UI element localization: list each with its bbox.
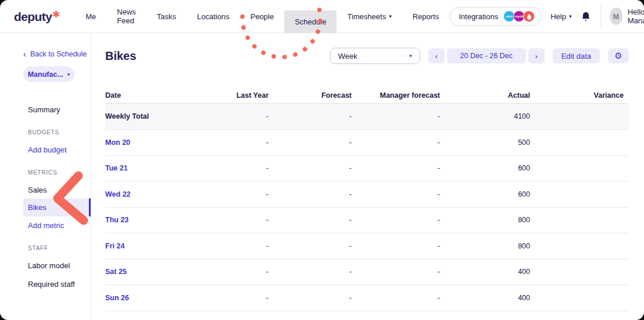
help-menu[interactable]: Help ▾ — [550, 12, 571, 21]
sidebar-item-summary[interactable]: Summary — [0, 101, 91, 118]
next-week-button[interactable]: › — [528, 48, 545, 63]
nav-item-locations[interactable]: Locations — [187, 0, 240, 33]
table-row-wed-22: Wed 22---600 — [105, 182, 629, 208]
integration-badges: xeromyob — [503, 10, 535, 22]
sidebar-section-staff: STAFF — [0, 239, 91, 257]
cell-manager-forecast: - — [352, 242, 440, 250]
integrations-button[interactable]: Integrations xeromyob — [449, 7, 542, 26]
nav-right-cluster: Integrations xeromyob Help ▾ M Hello, Ma… — [449, 5, 644, 28]
gear-icon: ⚙ — [614, 52, 622, 61]
sidebar-item-add-budget[interactable]: Add budget — [0, 141, 91, 158]
cell-forecast: - — [269, 164, 352, 172]
date-link[interactable]: Wed 22 — [105, 190, 187, 198]
back-link-label: Back to Schedule — [30, 50, 87, 58]
cell-forecast: - — [269, 268, 352, 276]
cell-last-year: - — [187, 216, 269, 224]
chevron-left-icon: ‹ — [435, 52, 438, 61]
sidebar-item-sales[interactable]: Sales — [0, 181, 91, 198]
cell-last-year: - — [187, 242, 269, 250]
date-link[interactable]: Tue 21 — [105, 164, 187, 172]
help-label: Help — [550, 12, 566, 21]
cell-actual: 4100 — [440, 112, 530, 120]
date-link[interactable]: Mon 20 — [105, 138, 187, 147]
date-link[interactable]: Fri 24 — [105, 242, 187, 250]
nav-item-label: News Feed — [117, 8, 136, 25]
location-dropdown-button[interactable]: Manufac... ▾ — [23, 66, 74, 82]
nav-item-label: Schedule — [295, 17, 326, 26]
sidebar-section-budgets: BUDGETS — [0, 123, 91, 141]
page-header: Bikes Week ▾ ‹ 20 Dec - 26 Dec › Edit da… — [105, 48, 644, 64]
header-controls: Week ▾ ‹ 20 Dec - 26 Dec › Edit data ⚙ — [330, 48, 629, 64]
column-header-forecast: Forecast — [269, 91, 352, 99]
chevron-down-icon: ▾ — [409, 53, 412, 59]
notifications-bell-icon[interactable] — [580, 10, 592, 23]
sidebar: ‹ Back to Schedule Manufac... ▾ SummaryB… — [0, 33, 91, 320]
chevron-left-icon: ‹ — [23, 49, 26, 58]
page-title: Bikes — [105, 49, 136, 63]
table-header-row: DateLast YearForecastManager forecastAct… — [105, 87, 629, 104]
nav-item-timesheets[interactable]: Timesheets▾ — [337, 0, 402, 33]
cell-last-year: - — [187, 138, 269, 147]
nav-item-tasks[interactable]: Tasks — [146, 0, 187, 33]
cell-manager-forecast: - — [352, 138, 440, 147]
table-row-mon-20: Mon 20---500 — [105, 130, 629, 156]
user-menu[interactable]: M Hello, Manager ▾ — [610, 8, 644, 25]
sidebar-item-bikes[interactable]: Bikes — [23, 198, 91, 216]
cell-actual: 600 — [440, 164, 530, 172]
sidebar-section-metrics: METRICS — [0, 163, 91, 181]
nav-divider — [600, 5, 601, 28]
date-range[interactable]: 20 Dec - 26 Dec — [447, 48, 526, 63]
cell-actual: 800 — [440, 242, 530, 250]
date-link[interactable]: Sat 25 — [105, 268, 187, 276]
table-row-tue-21: Tue 21---600 — [105, 156, 629, 182]
avatar: M — [610, 8, 622, 25]
nav-item-people[interactable]: People — [240, 0, 284, 33]
deputy-logo[interactable]: deputy — [14, 10, 60, 23]
lightspeed-badge-icon — [523, 10, 535, 22]
back-to-schedule-link[interactable]: ‹ Back to Schedule — [23, 49, 91, 58]
main-content: Bikes Week ▾ ‹ 20 Dec - 26 Dec › Edit da… — [91, 33, 644, 320]
cell-actual: 800 — [440, 216, 530, 224]
period-select[interactable]: Week ▾ — [330, 48, 420, 64]
nav-item-reports[interactable]: Reports — [402, 0, 450, 33]
nav-item-label: Tasks — [157, 12, 176, 21]
previous-week-button[interactable]: ‹ — [428, 48, 445, 63]
settings-button[interactable]: ⚙ — [608, 48, 629, 63]
sidebar-item-labor-model[interactable]: Labor model — [0, 257, 91, 274]
chevron-down-icon: ▾ — [67, 72, 70, 77]
cell-actual: 600 — [440, 190, 530, 198]
location-label: Manufac... — [28, 70, 63, 79]
column-header-date: Date — [105, 91, 187, 99]
cell-last-year: - — [187, 294, 269, 302]
chevron-down-icon: ▾ — [389, 13, 392, 19]
cell-actual: 400 — [440, 294, 530, 302]
date-link[interactable]: Thu 23 — [105, 216, 187, 224]
cell-last-year: - — [187, 112, 269, 120]
column-header-variance: Variance — [530, 91, 629, 99]
row-total-label: Weekly Total — [105, 112, 187, 120]
cell-actual: 400 — [440, 268, 530, 276]
table-body: Weekly Total---4100Mon 20---500Tue 21---… — [105, 104, 629, 311]
sidebar-item-add-metric[interactable]: Add metric — [0, 216, 91, 234]
column-header-last-year: Last Year — [187, 91, 269, 99]
nav-item-label: Locations — [197, 12, 230, 21]
greeting-text: Hello, Manager — [628, 8, 644, 25]
nav-item-label: Reports — [413, 12, 439, 21]
nav-item-me[interactable]: Me — [75, 0, 106, 33]
date-link[interactable]: Sun 26 — [105, 294, 187, 302]
cell-forecast: - — [269, 138, 352, 147]
nav-item-schedule[interactable]: Schedule — [284, 10, 337, 33]
sidebar-item-required-staff[interactable]: Required staff — [0, 275, 91, 293]
cell-manager-forecast: - — [352, 294, 440, 302]
chevron-right-icon: › — [535, 52, 538, 61]
date-navigation: ‹ 20 Dec - 26 Dec › — [428, 48, 545, 63]
cell-manager-forecast: - — [352, 190, 440, 198]
edit-data-button[interactable]: Edit data — [553, 48, 600, 63]
cell-forecast: - — [269, 112, 352, 120]
cell-actual: 500 — [440, 138, 530, 147]
cell-manager-forecast: - — [352, 268, 440, 276]
nav-item-news-feed[interactable]: News Feed — [106, 0, 146, 33]
nav-item-label: People — [251, 12, 274, 21]
cell-forecast: - — [269, 294, 352, 302]
table-row-weekly-total: Weekly Total---4100 — [105, 104, 629, 130]
